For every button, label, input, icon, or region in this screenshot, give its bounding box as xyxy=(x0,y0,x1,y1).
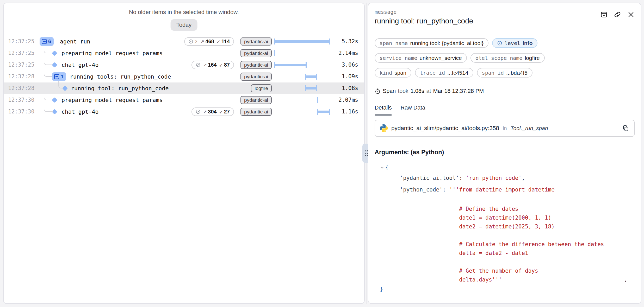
trace-row[interactable]: 12:37:30chat gpt-4o↗304↙27pydantic-ai1.1… xyxy=(4,106,364,118)
chip-value: Info xyxy=(523,40,532,46)
copy-icon[interactable] xyxy=(622,125,629,132)
chip-key: kind xyxy=(380,70,392,76)
span-name: chat gpt-4o xyxy=(61,106,98,118)
scope-tag: pydantic-ai xyxy=(240,49,272,57)
child-count: 1 xyxy=(61,74,64,80)
attribute-chip-kind[interactable]: kindspan xyxy=(375,68,411,78)
collapse-minus-icon xyxy=(54,74,59,79)
chip-key: service_name xyxy=(380,55,417,61)
bar-end-cap xyxy=(306,62,307,68)
token-usage-badge: Σ↗468↙114 xyxy=(184,37,234,46)
input-arrow-icon: ↗ xyxy=(203,109,207,115)
chip-value: unknown_service xyxy=(420,55,462,61)
output-tokens: 27 xyxy=(224,109,230,115)
info-icon xyxy=(497,41,502,46)
span-title: running tool: run_python_code xyxy=(375,17,473,25)
sigma-icon: Σ xyxy=(195,39,198,44)
span-took-line: Span took 1.08s at Mar 18 12:37:28 PM xyxy=(375,88,484,94)
tab-details[interactable]: Details xyxy=(375,103,392,114)
today-separator-button[interactable]: Today xyxy=(171,19,197,31)
waterfall-lane xyxy=(275,106,330,118)
attribute-chips: span_namerunning tool: {pydantic_ai.tool… xyxy=(375,38,635,83)
attribute-chip-level[interactable]: levelInfo xyxy=(492,38,538,48)
arguments-heading: Arguments: (as Python) xyxy=(375,149,444,156)
span-diamond-icon xyxy=(52,50,57,56)
trace-row[interactable]: 12:37:25preparing model request paramspy… xyxy=(4,47,364,59)
collapse-minus-icon xyxy=(42,39,47,44)
source-path: pydantic_ai_slim/pydantic_ai/tools.py:35… xyxy=(391,125,499,132)
output-arrow-icon: ↙ xyxy=(216,39,220,44)
span-rows: 12:37:256agent runΣ↗468↙114pydantic-ai5.… xyxy=(4,36,364,118)
scope-tag: pydantic-ai xyxy=(240,96,272,104)
tab-raw-data[interactable]: Raw Data xyxy=(401,103,425,114)
collapse-chevron-icon[interactable] xyxy=(380,165,384,170)
output-arrow-icon: ↙ xyxy=(219,62,223,68)
link-icon[interactable] xyxy=(612,9,623,20)
message-kicker: message xyxy=(375,9,397,15)
waterfall-lane xyxy=(275,94,330,106)
bar-end-cap xyxy=(316,74,317,80)
span-duration-bar xyxy=(306,75,317,78)
attribute-chip-service_name[interactable]: service_nameunknown_service xyxy=(375,53,467,63)
logfire-trace-view: No older items in the selected time wind… xyxy=(0,0,644,307)
attribute-chip-otel_scope_name[interactable]: otel_scope_namelogfire xyxy=(470,53,545,63)
code-line: # Define the dates xyxy=(375,204,635,213)
code-line: delta = date2 - date1 xyxy=(375,249,635,258)
detail-actions xyxy=(599,9,636,20)
bar-end-cap xyxy=(316,85,317,91)
span-duration-bar xyxy=(275,40,330,43)
span-duration: 5.32s xyxy=(342,36,358,47)
attribute-chip-trace_id[interactable]: trace_id...fc4514 xyxy=(415,68,473,78)
span-diamond-icon xyxy=(52,97,57,103)
row-timestamp: 12:37:28 xyxy=(8,71,34,82)
attribute-chip-span_id[interactable]: span_id...bda4f5 xyxy=(477,68,532,78)
code-line: date1 = datetime(2000, 1, 1) xyxy=(375,213,635,222)
span-name: running tools: run_python_code xyxy=(70,71,171,82)
bar-start-cap xyxy=(305,74,306,80)
trace-row[interactable]: 12:37:25chat gpt-4o↗164↙87pydantic-ai3.0… xyxy=(4,59,364,71)
collapse-count-badge[interactable]: 1 xyxy=(52,72,66,81)
input-tokens: 468 xyxy=(205,39,214,44)
span-duration-bar xyxy=(318,111,330,113)
scope-tag: pydantic-ai xyxy=(240,108,272,116)
span-duration-bar xyxy=(306,87,317,89)
child-count: 6 xyxy=(48,39,51,44)
span-name: running tool: run_python_code xyxy=(71,82,169,94)
waterfall-lane xyxy=(275,82,330,94)
trace-row[interactable]: 12:37:30preparing model request paramspy… xyxy=(4,94,364,106)
chip-value: ...fc4514 xyxy=(447,70,468,76)
source-function: Tool._run_span xyxy=(511,125,548,131)
row-timestamp: 12:37:30 xyxy=(8,106,34,118)
bar-end-cap xyxy=(329,109,330,115)
row-timestamp: 12:37:25 xyxy=(8,59,34,71)
chip-value: running tool: {pydantic_ai.tool} xyxy=(410,40,483,46)
code-line xyxy=(375,196,635,204)
chip-key: level xyxy=(505,40,520,46)
span-name: preparing model request params xyxy=(61,94,163,106)
chip-key: trace_id xyxy=(420,70,445,76)
scope-tag: pydantic-ai xyxy=(240,73,272,81)
attribute-chip-span_name[interactable]: span_namerunning tool: {pydantic_ai.tool… xyxy=(375,38,488,48)
collapse-count-badge[interactable]: 6 xyxy=(40,37,54,46)
trace-list-panel: No older items in the selected time wind… xyxy=(3,3,365,304)
panel-check-icon[interactable] xyxy=(599,9,609,20)
input-arrow-icon: ↗ xyxy=(200,39,204,44)
trace-row[interactable]: 12:37:256agent runΣ↗468↙114pydantic-ai5.… xyxy=(4,36,364,47)
span-duration: 1.09s xyxy=(342,71,358,82)
chip-value: ...bda4f5 xyxy=(506,70,528,76)
chip-key: span_name xyxy=(380,40,408,46)
input-tokens: 164 xyxy=(208,62,216,68)
token-coin-icon xyxy=(196,109,201,114)
chip-value: logfire xyxy=(525,55,540,61)
chip-value: span xyxy=(394,70,406,76)
source-location-link[interactable]: pydantic_ai_slim/pydantic_ai/tools.py:35… xyxy=(375,120,635,137)
bar-start-cap xyxy=(274,62,275,68)
trace-row[interactable]: 12:37:28running tool: run_python_codelog… xyxy=(4,82,364,94)
close-icon[interactable] xyxy=(626,9,636,20)
span-detail-panel: message running tool: run_python_code sp… xyxy=(368,3,641,304)
span-duration: 2.07ms xyxy=(338,94,358,106)
code-line: 'python_code': '''from datetime import d… xyxy=(375,184,635,196)
span-name: agent run xyxy=(60,36,90,47)
trace-row[interactable]: 12:37:281running tools: run_python_codep… xyxy=(4,71,364,82)
code-line: 'pydantic_ai.tool': 'run_python_code', xyxy=(375,172,635,184)
